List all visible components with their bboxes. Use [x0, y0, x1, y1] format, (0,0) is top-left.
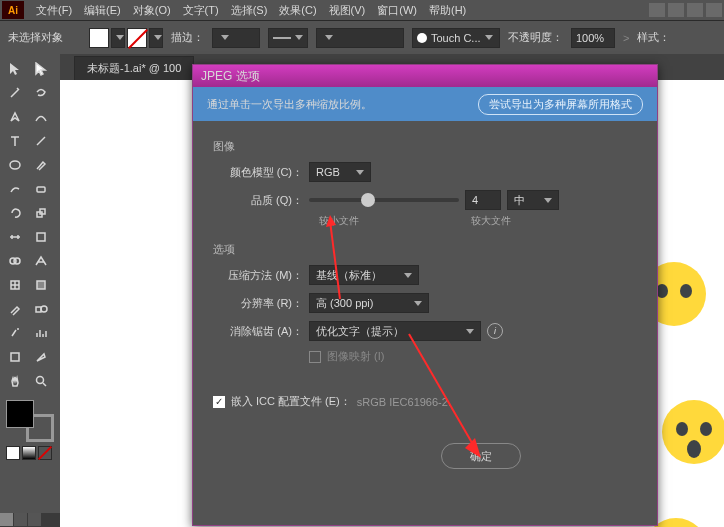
scale-tool-icon[interactable]: [28, 202, 54, 224]
section-image: 图像: [213, 139, 637, 154]
free-transform-tool-icon[interactable]: [28, 226, 54, 248]
lasso-tool-icon[interactable]: [28, 82, 54, 104]
stroke-swatch[interactable]: [127, 28, 147, 48]
svg-point-6: [14, 258, 20, 264]
ellipse-tool-icon[interactable]: [2, 154, 28, 176]
svg-point-12: [37, 377, 44, 384]
icc-value: sRGB IEC61966-2.: [357, 396, 451, 408]
width-tool-icon[interactable]: [2, 226, 28, 248]
selection-tool-icon[interactable]: [2, 58, 28, 80]
app-logo: Ai: [2, 1, 24, 19]
info-icon[interactable]: i: [487, 323, 503, 339]
eraser-tool-icon[interactable]: [28, 178, 54, 200]
large-file-label: 较大文件: [461, 214, 521, 228]
jpeg-options-dialog: JPEG 选项 通过单击一次导出多种缩放比例。 尝试导出为多种屏幕所用格式 图像…: [192, 64, 658, 526]
document-tab[interactable]: 未标题-1.ai* @ 100: [74, 56, 194, 80]
paintbrush-tool-icon[interactable]: [28, 154, 54, 176]
symbol-sprayer-tool-icon[interactable]: [2, 322, 28, 344]
antialias-label: 消除锯齿 (A)：: [213, 324, 303, 339]
emoji-artwork: [662, 400, 724, 464]
svg-point-10: [41, 306, 47, 312]
fill-dropdown[interactable]: [111, 28, 125, 48]
slice-tool-icon[interactable]: [28, 346, 54, 368]
shaper-tool-icon[interactable]: [2, 178, 28, 200]
quality-slider[interactable]: [309, 198, 459, 202]
svg-rect-8: [37, 281, 45, 289]
touch-dropdown[interactable]: Touch C...: [412, 28, 500, 48]
stroke-dropdown[interactable]: [149, 28, 163, 48]
options-bar: 未选择对象 描边： Touch C... 不透明度： > 样式：: [0, 20, 724, 54]
color-mode-swatches[interactable]: [6, 446, 52, 460]
menu-file[interactable]: 文件(F): [30, 3, 78, 18]
dialog-titlebar[interactable]: JPEG 选项: [193, 65, 657, 87]
menu-effect[interactable]: 效果(C): [273, 3, 322, 18]
pen-tool-icon[interactable]: [2, 106, 28, 128]
imagemap-checkbox[interactable]: [309, 351, 321, 363]
stroke-weight[interactable]: [212, 28, 260, 48]
mesh-tool-icon[interactable]: [2, 274, 28, 296]
section-options: 选项: [213, 242, 637, 257]
menu-view[interactable]: 视图(V): [323, 3, 372, 18]
ok-button[interactable]: 确定: [441, 443, 521, 469]
artboard-tool-icon[interactable]: [2, 346, 28, 368]
fill-swatch[interactable]: [89, 28, 109, 48]
shape-builder-tool-icon[interactable]: [2, 250, 28, 272]
svg-point-0: [10, 161, 20, 169]
menu-type[interactable]: 文字(T): [177, 3, 225, 18]
svg-rect-9: [36, 307, 41, 312]
menu-object[interactable]: 对象(O): [127, 3, 177, 18]
rotate-tool-icon[interactable]: [2, 202, 28, 224]
brush-def[interactable]: [316, 28, 404, 48]
no-selection-label: 未选择对象: [8, 30, 63, 45]
menu-window[interactable]: 窗口(W): [371, 3, 423, 18]
stroke-width-profile[interactable]: [268, 28, 308, 48]
color-model-label: 颜色模型 (C)：: [213, 165, 303, 180]
resolution-label: 分辨率 (R)：: [213, 296, 303, 311]
dialog-tip-bar: 通过单击一次导出多种缩放比例。 尝试导出为多种屏幕所用格式: [193, 87, 657, 121]
magic-wand-tool-icon[interactable]: [2, 82, 28, 104]
svg-rect-4: [37, 233, 45, 241]
fill-stroke-indicator[interactable]: [6, 400, 54, 442]
type-tool-icon[interactable]: [2, 130, 28, 152]
compression-label: 压缩方法 (M)：: [213, 268, 303, 283]
menu-right-icons: [649, 3, 722, 17]
hand-tool-icon[interactable]: [2, 370, 28, 392]
opacity-input[interactable]: [571, 28, 615, 48]
color-model-select[interactable]: RGB: [309, 162, 371, 182]
zoom-tool-icon[interactable]: [28, 370, 54, 392]
small-file-label: 较小文件: [309, 214, 369, 228]
stroke-label: 描边：: [171, 30, 204, 45]
quality-preset-select[interactable]: 中: [507, 190, 559, 210]
column-graph-tool-icon[interactable]: [28, 322, 54, 344]
menu-edit[interactable]: 编辑(E): [78, 3, 127, 18]
svg-rect-1: [37, 187, 45, 192]
menu-help[interactable]: 帮助(H): [423, 3, 472, 18]
menubar: Ai 文件(F) 编辑(E) 对象(O) 文字(T) 选择(S) 效果(C) 视…: [0, 0, 724, 20]
export-screens-button[interactable]: 尝试导出为多种屏幕所用格式: [478, 94, 643, 115]
icc-label: 嵌入 ICC 配置文件 (E)：: [231, 394, 351, 409]
toolbar: [0, 54, 60, 527]
svg-rect-11: [11, 353, 19, 361]
gradient-tool-icon[interactable]: [28, 274, 54, 296]
compression-select[interactable]: 基线（标准）: [309, 265, 419, 285]
style-label: 样式：: [637, 30, 670, 45]
resolution-select[interactable]: 高 (300 ppi): [309, 293, 429, 313]
menu-select[interactable]: 选择(S): [225, 3, 274, 18]
icc-checkbox[interactable]: ✓: [213, 396, 225, 408]
blend-tool-icon[interactable]: [28, 298, 54, 320]
direct-selection-tool-icon[interactable]: [28, 58, 54, 80]
perspective-grid-tool-icon[interactable]: [28, 250, 54, 272]
quality-label: 品质 (Q)：: [213, 193, 303, 208]
antialias-select[interactable]: 优化文字（提示）: [309, 321, 481, 341]
curvature-tool-icon[interactable]: [28, 106, 54, 128]
imagemap-label: 图像映射 (I): [327, 349, 384, 364]
eyedropper-tool-icon[interactable]: [2, 298, 28, 320]
opacity-label: 不透明度：: [508, 30, 563, 45]
tip-text: 通过单击一次导出多种缩放比例。: [207, 97, 372, 112]
line-tool-icon[interactable]: [28, 130, 54, 152]
quality-value[interactable]: 4: [465, 190, 501, 210]
